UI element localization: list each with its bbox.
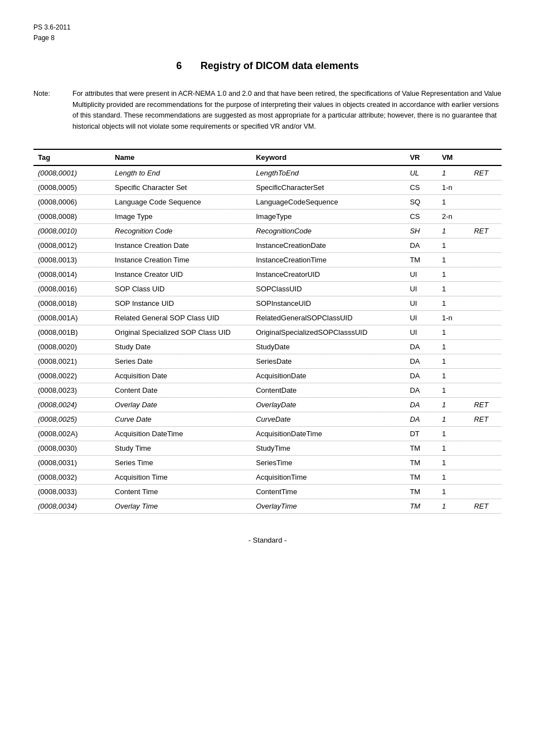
table-row: (0008,0031)Series TimeSeriesTimeTM1 [33, 455, 502, 470]
cell-vm: 1 [437, 397, 470, 412]
cell-tag: (0008,0020) [33, 339, 110, 354]
note-text: For attributes that were present in ACR-… [72, 89, 502, 132]
cell-vm: 1 [437, 484, 470, 499]
cell-keyword: AcquisitionTime [251, 470, 405, 484]
cell-name: Instance Creation Date [110, 238, 251, 252]
table-row: (0008,0001)Length to EndLengthToEndUL1RE… [33, 165, 502, 181]
cell-name: Study Time [110, 441, 251, 455]
cell-vm: 1 [437, 296, 470, 310]
cell-vm: 1-n [437, 310, 470, 325]
table-row: (0008,0016)SOP Class UIDSOPClassUIDUI1 [33, 281, 502, 296]
table-row: (0008,0013)Instance Creation TimeInstanc… [33, 252, 502, 267]
table-row: (0008,0006)Language Code SequenceLanguag… [33, 194, 502, 209]
cell-ret [469, 325, 502, 339]
section-title-block: 6 Registry of DICOM data elements [33, 60, 502, 72]
cell-vr: CS [405, 209, 437, 223]
cell-vm: 1 [437, 455, 470, 470]
cell-ret [469, 310, 502, 325]
cell-tag: (0008,0032) [33, 470, 110, 484]
cell-vm: 1 [437, 165, 470, 181]
cell-ret [469, 426, 502, 441]
cell-vm: 1 [437, 441, 470, 455]
cell-vr: UI [405, 296, 437, 310]
cell-tag: (0008,0022) [33, 368, 110, 383]
cell-keyword: StudyDate [251, 339, 405, 354]
cell-tag: (0008,001B) [33, 325, 110, 339]
cell-vm: 1 [437, 383, 470, 397]
table-row: (0008,0033)Content TimeContentTimeTM1 [33, 484, 502, 499]
cell-ret: RET [469, 397, 502, 412]
cell-vr: DA [405, 238, 437, 252]
cell-ret [469, 209, 502, 223]
page-header-line1: PS 3.6-2011 [33, 22, 502, 33]
cell-ret [469, 252, 502, 267]
cell-vm: 1 [437, 238, 470, 252]
cell-tag: (0008,0030) [33, 441, 110, 455]
cell-keyword: ContentDate [251, 383, 405, 397]
cell-tag: (0008,0034) [33, 499, 110, 513]
cell-vm: 1 [437, 412, 470, 426]
cell-keyword: InstanceCreatorUID [251, 267, 405, 281]
cell-ret [469, 339, 502, 354]
cell-keyword: SpecificCharacterSet [251, 180, 405, 194]
cell-name: Acquisition Date [110, 368, 251, 383]
table-row: (0008,0032)Acquisition TimeAcquisitionTi… [33, 470, 502, 484]
cell-vm: 1 [437, 368, 470, 383]
cell-vr: UL [405, 165, 437, 181]
cell-keyword: RecognitionCode [251, 223, 405, 238]
col-header-vm: VM [437, 149, 470, 165]
cell-tag: (0008,0010) [33, 223, 110, 238]
cell-tag: (0008,0013) [33, 252, 110, 267]
cell-vm: 1 [437, 267, 470, 281]
table-row: (0008,0025)Curve DateCurveDateDA1RET [33, 412, 502, 426]
cell-ret: RET [469, 223, 502, 238]
note-label: Note: [33, 89, 72, 132]
table-row: (0008,0034)Overlay TimeOverlayTimeTM1RET [33, 499, 502, 513]
cell-vr: SH [405, 223, 437, 238]
cell-keyword: SOPClassUID [251, 281, 405, 296]
cell-vr: DA [405, 412, 437, 426]
table-row: (0008,002A)Acquisition DateTimeAcquisiti… [33, 426, 502, 441]
table-header-row: Tag Name Keyword VR VM [33, 149, 502, 165]
cell-name: Language Code Sequence [110, 194, 251, 209]
cell-tag: (0008,001A) [33, 310, 110, 325]
cell-tag: (0008,0031) [33, 455, 110, 470]
table-row: (0008,0014)Instance Creator UIDInstanceC… [33, 267, 502, 281]
table-row: (0008,0012)Instance Creation DateInstanc… [33, 238, 502, 252]
col-header-vr: VR [405, 149, 437, 165]
table-row: (0008,0005)Specific Character SetSpecifi… [33, 180, 502, 194]
cell-keyword: OverlayDate [251, 397, 405, 412]
page-header-line2: Page 8 [33, 33, 502, 43]
cell-name: Acquisition DateTime [110, 426, 251, 441]
cell-ret [469, 281, 502, 296]
cell-ret [469, 368, 502, 383]
cell-keyword: LengthToEnd [251, 165, 405, 181]
cell-tag: (0008,0033) [33, 484, 110, 499]
cell-vr: DA [405, 368, 437, 383]
cell-keyword: InstanceCreationDate [251, 238, 405, 252]
cell-ret [469, 441, 502, 455]
cell-name: Image Type [110, 209, 251, 223]
cell-name: Instance Creator UID [110, 267, 251, 281]
cell-keyword: LanguageCodeSequence [251, 194, 405, 209]
cell-vr: TM [405, 252, 437, 267]
cell-vm: 1 [437, 470, 470, 484]
cell-tag: (0008,0023) [33, 383, 110, 397]
table-row: (0008,0018)SOP Instance UIDSOPInstanceUI… [33, 296, 502, 310]
cell-keyword: SeriesDate [251, 354, 405, 368]
cell-name: Content Date [110, 383, 251, 397]
table-row: (0008,001B)Original Specialized SOP Clas… [33, 325, 502, 339]
cell-name: Overlay Time [110, 499, 251, 513]
cell-ret [469, 354, 502, 368]
cell-vr: UI [405, 310, 437, 325]
cell-ret [469, 238, 502, 252]
table-row: (0008,0030)Study TimeStudyTimeTM1 [33, 441, 502, 455]
cell-name: Instance Creation Time [110, 252, 251, 267]
cell-vm: 1 [437, 281, 470, 296]
cell-vm: 1 [437, 223, 470, 238]
cell-vr: UI [405, 267, 437, 281]
section-name: Registry of DICOM data elements [201, 60, 359, 71]
cell-ret [469, 194, 502, 209]
cell-vr: TM [405, 484, 437, 499]
note-block: Note: For attributes that were present i… [33, 89, 502, 132]
